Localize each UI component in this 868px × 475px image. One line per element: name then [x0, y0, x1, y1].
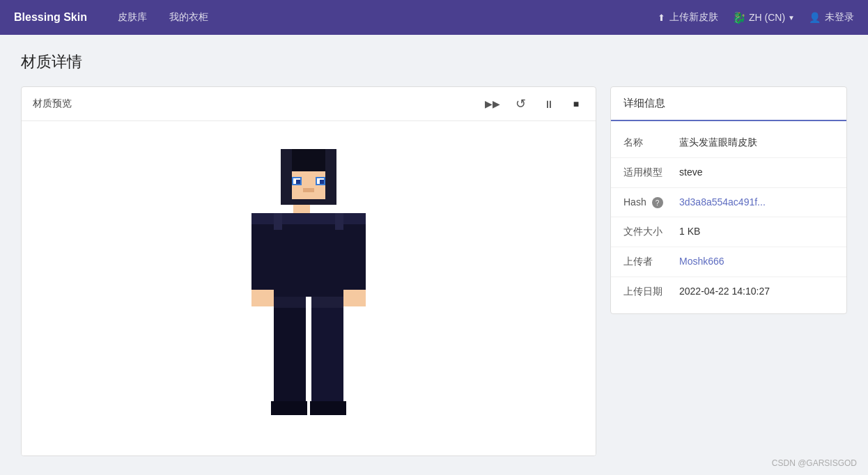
svg-rect-10	[281, 149, 292, 199]
hash-help-icon[interactable]: ?	[652, 197, 663, 208]
svg-rect-13	[274, 213, 343, 297]
svg-rect-15	[251, 213, 274, 290]
preview-controls: ▶▶ ↺ ⏸ ■	[484, 95, 584, 112]
svg-rect-27	[274, 213, 282, 230]
info-row-model: 适用模型 steve	[611, 158, 846, 188]
preview-body	[22, 121, 596, 455]
info-value-model: steve	[679, 166, 834, 178]
info-label-model: 适用模型	[623, 166, 679, 179]
info-row-hash: Hash ? 3d3a8a554ac491f...	[611, 188, 846, 217]
svg-rect-20	[343, 290, 366, 306]
svg-rect-22	[311, 297, 343, 401]
svg-rect-24	[311, 297, 343, 308]
info-row-uploader: 上传者 Moshk666	[611, 247, 846, 277]
user-icon: 👤	[809, 12, 821, 23]
upload-skin-button[interactable]: ⬆ 上传新皮肤	[658, 11, 718, 24]
pause-button[interactable]: ⏸	[540, 95, 557, 112]
navbar-brand[interactable]: Blessing Skin	[14, 11, 87, 24]
info-row-name: 名称 蓝头发蓝眼睛皮肤	[611, 128, 846, 158]
info-value-name: 蓝头发蓝眼睛皮肤	[679, 137, 834, 149]
preview-card-title: 材质预览	[33, 98, 72, 110]
character-preview	[232, 135, 385, 455]
user-login-button[interactable]: 👤 未登录	[809, 11, 854, 24]
svg-rect-11	[325, 149, 336, 199]
info-label-filesize: 文件大小	[623, 226, 679, 238]
svg-rect-21	[274, 297, 306, 401]
navbar: Blessing Skin 皮肤库 我的衣柜 ⬆ 上传新皮肤 🐉 ZH (CN)…	[0, 0, 868, 35]
info-label-upload-date: 上传日期	[623, 286, 679, 298]
svg-rect-26	[310, 401, 346, 415]
info-card: 详细信息 名称 蓝头发蓝眼睛皮肤 适用模型 steve Hash ? 3d3a8…	[610, 86, 847, 314]
fast-forward-button[interactable]: ▶▶	[484, 95, 501, 112]
info-value-uploader[interactable]: Moshk666	[679, 256, 834, 267]
info-label-name: 名称	[623, 137, 679, 149]
info-value-upload-date: 2022-04-22 14:10:27	[679, 286, 834, 297]
nav-link-closet[interactable]: 我的衣柜	[160, 7, 218, 28]
info-label-uploader: 上传者	[623, 256, 679, 268]
watermark: CSDN @GARSISGOD	[772, 458, 857, 468]
info-card-header: 详细信息	[611, 87, 846, 121]
svg-rect-16	[251, 213, 274, 224]
info-label-hash: Hash ?	[623, 196, 679, 208]
svg-rect-8	[320, 180, 324, 184]
svg-rect-9	[303, 188, 314, 192]
svg-rect-28	[335, 213, 343, 230]
svg-rect-25	[271, 401, 307, 415]
chevron-down-icon: ▼	[788, 14, 795, 22]
page-container: 材质详情 材质预览 ▶▶ ↺ ⏸ ■	[0, 35, 868, 473]
nav-link-skinlib[interactable]: 皮肤库	[108, 7, 157, 28]
svg-rect-7	[296, 180, 300, 184]
info-row-upload-date: 上传日期 2022-04-22 14:10:27	[611, 277, 846, 306]
svg-rect-23	[274, 297, 306, 308]
svg-rect-19	[251, 290, 274, 306]
svg-rect-17	[343, 213, 366, 290]
info-value-filesize: 1 KB	[679, 226, 834, 237]
navbar-right: ⬆ 上传新皮肤 🐉 ZH (CN) ▼ 👤 未登录	[658, 11, 854, 24]
main-layout: 材质预览 ▶▶ ↺ ⏸ ■	[21, 86, 847, 456]
flag-icon: 🐉	[732, 11, 746, 24]
refresh-button[interactable]: ↺	[512, 95, 529, 112]
page-title: 材质详情	[21, 52, 847, 72]
stop-button[interactable]: ■	[568, 95, 584, 112]
upload-icon: ⬆	[658, 13, 665, 23]
preview-header: 材质预览 ▶▶ ↺ ⏸ ■	[22, 87, 596, 121]
info-body: 名称 蓝头发蓝眼睛皮肤 适用模型 steve Hash ? 3d3a8a554a…	[611, 121, 846, 313]
navbar-links: 皮肤库 我的衣柜	[108, 7, 658, 28]
preview-card: 材质预览 ▶▶ ↺ ⏸ ■	[21, 86, 596, 456]
svg-rect-12	[293, 205, 310, 213]
info-value-hash[interactable]: 3d3a8a554ac491f...	[679, 196, 834, 208]
info-row-filesize: 文件大小 1 KB	[611, 217, 846, 247]
svg-rect-14	[274, 213, 343, 224]
language-selector[interactable]: 🐉 ZH (CN) ▼	[732, 11, 795, 24]
svg-rect-18	[343, 213, 366, 224]
